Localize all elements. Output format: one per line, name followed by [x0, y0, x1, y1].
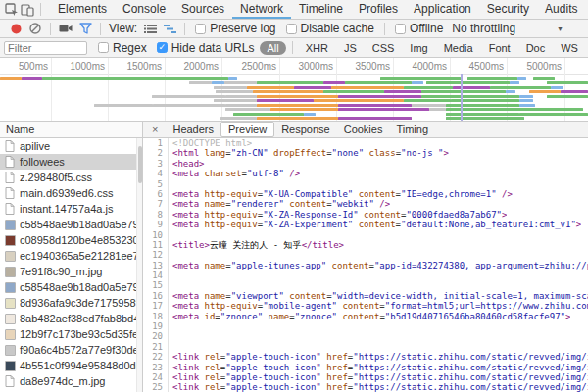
inspect-element-icon[interactable] — [5, 1, 19, 19]
request-row[interactable]: c58548ae9b18ad0a5e79fe4e... — [0, 217, 142, 232]
requests-scrollbar[interactable] — [136, 138, 142, 392]
name-column-header[interactable]: Name — [0, 122, 142, 138]
request-row[interactable]: 12b9f7c173be93c5d35fea2d... — [0, 326, 142, 342]
document-file-icon — [4, 156, 16, 168]
filter-funnel-icon[interactable] — [76, 20, 94, 37]
scrollbar-thumb[interactable] — [138, 146, 142, 183]
waterfall-bar — [421, 90, 506, 93]
code-line: 9<meta http-equiv="X-ZA-Experiment" cont… — [143, 220, 588, 229]
panel-tab-elements[interactable]: Elements — [50, 0, 115, 19]
disable-cache-checkbox[interactable]: Disable cache — [286, 22, 374, 35]
image-file-icon — [4, 297, 16, 309]
waterfall-bar — [257, 99, 314, 102]
code-line: 15 — [143, 280, 588, 290]
panel-tab-security[interactable]: Security — [479, 0, 537, 19]
line-number: 12 — [143, 250, 169, 260]
detail-tab-response[interactable]: Response — [274, 122, 337, 136]
request-name: da8e974dc_m.jpg — [20, 375, 105, 387]
request-row[interactable]: ec1940365a5e21281ee71856... — [0, 248, 142, 264]
panel-tab-audits[interactable]: Audits — [537, 0, 585, 19]
panel-tab-profiles[interactable]: Profiles — [351, 0, 406, 19]
image-file-icon — [4, 344, 16, 356]
waterfall-bar — [506, 90, 515, 93]
request-row[interactable]: da8e974dc_m.jpg — [0, 373, 142, 389]
view-list-icon[interactable] — [141, 20, 159, 37]
regex-checkbox[interactable]: Regex — [98, 41, 147, 55]
request-row[interactable]: c58548ae9b18ad0a5e79fe4e... — [0, 279, 142, 295]
filter-pill-font[interactable]: Font — [482, 41, 517, 55]
detail-tab-cookies[interactable]: Cookies — [337, 122, 390, 136]
panel-tab-application[interactable]: Application — [406, 0, 479, 19]
filter-pill-js[interactable]: JS — [337, 41, 364, 55]
waterfall-bar — [323, 81, 345, 84]
request-row[interactable]: 8ab482aef38ed7fab8bd4314... — [0, 311, 142, 326]
view-label: View: — [109, 22, 137, 35]
panel-tab-console[interactable]: Console — [115, 0, 173, 19]
line-number: 2 — [143, 148, 169, 158]
code-line: 17<meta http-equiv="mobile-agent" conten… — [143, 301, 588, 311]
hide-data-urls-checkbox[interactable]: ✓Hide data URLs — [157, 41, 255, 55]
line-number: 13 — [143, 261, 169, 270]
request-row[interactable]: 8d936afa9c3de7175958fae5... — [0, 295, 142, 311]
detail-tab-preview[interactable]: Preview — [220, 122, 274, 137]
request-row[interactable]: followees — [0, 154, 142, 170]
filter-type-pills: XHRJSCSSImgMediaFontDocWSManifestOther — [298, 41, 588, 55]
filter-pill-css[interactable]: CSS — [366, 41, 402, 55]
close-icon[interactable]: × — [143, 123, 166, 135]
ruler-divider — [0, 74, 588, 75]
filter-pill-media[interactable]: Media — [437, 41, 480, 55]
throttling-select[interactable]: No throttling ▼ — [452, 22, 564, 35]
detail-tabbar: × HeadersPreviewResponseCookiesTiming — [143, 122, 588, 138]
panel-tabs: ElementsConsoleSourcesNetworkTimelinePro… — [50, 0, 588, 19]
filter-pill-all[interactable]: All — [260, 41, 285, 55]
timeline-overview[interactable]: 500ms1000ms1500ms2000ms2500ms3000ms3500m… — [0, 58, 588, 122]
waterfall-bar — [519, 99, 533, 102]
preserve-log-checkbox[interactable]: Preserve log — [195, 22, 275, 35]
request-row[interactable]: c08958d120be4e853230649... — [0, 232, 142, 248]
waterfall-bar — [304, 113, 316, 116]
request-row[interactable]: apilive — [0, 138, 142, 154]
filter-pill-img[interactable]: Img — [403, 41, 434, 55]
divider — [40, 3, 41, 16]
request-row[interactable]: instant.14757a4a.js — [0, 201, 142, 217]
waterfall-bar — [338, 117, 412, 120]
code-line: 11<title>云曈 关注的人 - 知乎</title> — [143, 240, 588, 250]
request-row[interactable]: f90a6c4b572a77e9f30de153... — [0, 342, 142, 358]
request-row[interactable]: main.d6939ed6.css — [0, 185, 142, 201]
filter-pill-doc[interactable]: Doc — [519, 41, 553, 55]
request-row[interactable]: 7e91f8c90_m.jpg — [0, 264, 142, 279]
request-row[interactable]: z.298480f5.css — [0, 170, 142, 185]
code-line: 10 — [143, 230, 588, 240]
line-number: 25 — [143, 382, 169, 392]
waterfall-bar — [533, 77, 555, 80]
filter-input[interactable] — [4, 41, 87, 55]
screenshot-camera-icon[interactable] — [57, 20, 74, 37]
waterfall-bar — [214, 86, 247, 89]
request-name: 12b9f7c173be93c5d35fea2d... — [20, 328, 142, 340]
line-number: 7 — [143, 199, 169, 209]
detail-tab-headers[interactable]: Headers — [166, 122, 220, 136]
time-tick-label: 3500ms — [339, 61, 390, 72]
panel-tab-timeline[interactable]: Timeline — [291, 0, 351, 19]
filter-pill-ws[interactable]: WS — [554, 41, 585, 55]
record-icon[interactable] — [7, 20, 24, 37]
offline-checkbox[interactable]: Offline — [395, 22, 443, 35]
panel-tab-network[interactable]: Network — [232, 0, 291, 19]
detail-tab-timing[interactable]: Timing — [389, 122, 435, 136]
request-name: 4b551c0f994e95848d0dda09... — [20, 360, 142, 371]
gridline — [450, 58, 451, 121]
waterfall-bar — [94, 104, 153, 107]
time-tick-label: 4000ms — [396, 61, 447, 72]
request-row[interactable]: 4b551c0f994e95848d0dda09... — [0, 358, 142, 373]
preview-source-code[interactable]: 1<!DOCTYPE html>2<html lang="zh-CN" drop… — [143, 138, 588, 392]
device-toolbar-icon[interactable] — [21, 1, 34, 19]
request-name: 7e91f8c90_m.jpg — [20, 266, 102, 277]
waterfall-bar — [294, 86, 331, 89]
gridline — [336, 58, 337, 121]
gridline — [564, 58, 565, 121]
waterfall-view-icon[interactable] — [161, 20, 178, 37]
waterfall-bar — [519, 95, 533, 98]
filter-pill-xhr[interactable]: XHR — [299, 41, 335, 55]
panel-tab-sources[interactable]: Sources — [173, 0, 232, 19]
clear-icon[interactable] — [26, 20, 44, 37]
